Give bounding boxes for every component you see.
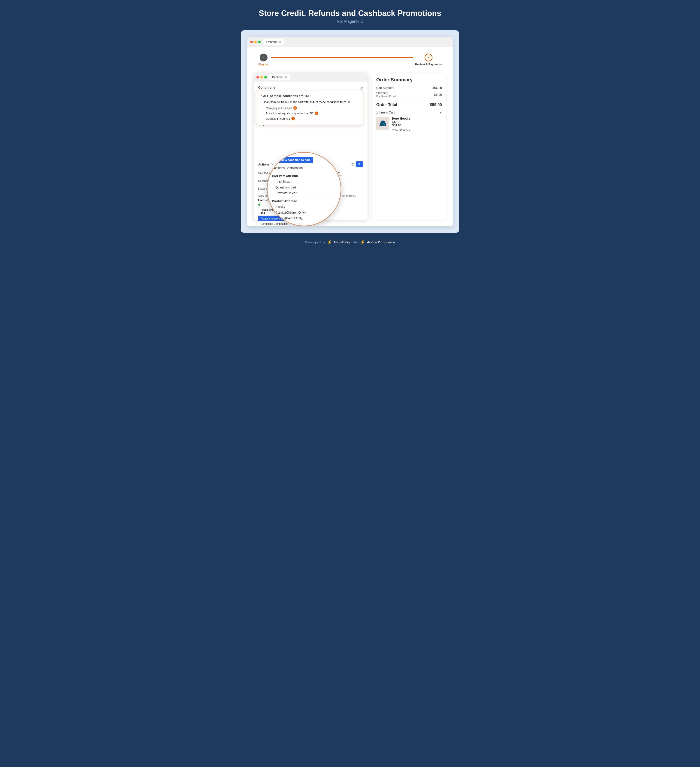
page-title: Store Credit, Refunds and Cashback Promo… — [259, 9, 441, 18]
step-circle-shipping: ✓ — [260, 54, 268, 61]
order-summary: Order Summary Cart Subtotal $54.00 Shipp… — [372, 73, 446, 220]
zoom-item-cond-combo: nditions Combination — [272, 165, 336, 171]
backend-tab-close[interactable]: × — [285, 76, 287, 78]
cart-item-name: Hero Hoodie — [392, 117, 442, 120]
page-header: Store Credit, Refunds and Cashback Promo… — [259, 9, 441, 24]
zoom-divider-2 — [272, 197, 336, 197]
zoom-activity: Activity — [272, 204, 336, 210]
backend-dot-red — [257, 76, 259, 78]
popup-title: If ALL of these conditions are TRUE : — [260, 94, 359, 98]
footer-for-text: for — [354, 240, 358, 244]
conditions-popup: If ALL of these conditions are TRUE : If… — [256, 90, 363, 125]
backend-dot-yellow — [260, 76, 263, 78]
shipping-method: Flat Rate - Fixed — [376, 95, 396, 98]
checkout-progress: ✓ Shipping ✓ Review & Payments — [254, 51, 446, 68]
actions-title: Actions — [258, 163, 269, 166]
step-label-shipping: Shipping — [258, 63, 269, 66]
step-review: ✓ Review & Payments — [415, 54, 442, 66]
conditions-title: Conditions — [258, 86, 275, 89]
frontend-toolbar: Frontend × — [247, 37, 453, 47]
shipping-value: $5.00 — [434, 93, 442, 96]
zoom-group-cart-item: Cart Item Attribute — [272, 173, 336, 179]
cart-subtotal-value: $54.00 — [432, 86, 442, 90]
dot-yellow — [254, 41, 257, 43]
popup-condition-category: Category is 20,21,23 ✕ — [260, 105, 359, 111]
browser-dots — [250, 41, 261, 43]
frontend-browser: Frontend × ✓ Shipping ✓ Review & Payment… — [247, 37, 453, 226]
cart-chevron-icon: ∧ — [440, 111, 442, 114]
frontend-content: ✓ Shipping ✓ Review & Payments — [247, 47, 453, 226]
step-label-review: Review & Payments — [415, 63, 442, 66]
shipping-label: Shipping — [376, 91, 396, 95]
zoom-divider-1 — [272, 172, 336, 172]
backend-tab-label: Backend — [272, 75, 283, 79]
cart-item-image: 🧥 — [376, 117, 389, 130]
step-shipping: ✓ Shipping — [258, 54, 269, 66]
footer-adobe-commerce: Adobe Commerce — [367, 240, 395, 244]
zoom-row-total: Row total in cart — [272, 190, 336, 196]
popup-remove-price-icon[interactable]: ✕ — [315, 111, 318, 115]
actions-expand-icon[interactable]: ⊙ — [351, 162, 354, 166]
popup-item-row: If an item is FOUND in the cart with ALL… — [260, 100, 359, 103]
backend-dots — [257, 76, 267, 78]
adobe-commerce-logo-icon: ⚡ — [360, 239, 365, 245]
tab-close-icon[interactable]: × — [279, 41, 281, 43]
conditions-expand-icon[interactable]: ⊙ — [360, 86, 363, 90]
cart-items-header[interactable]: 1 Item in Cart ∧ — [376, 111, 442, 114]
frontend-tab-label: Frontend — [266, 40, 277, 43]
cart-item-row: 🧥 Hero Hoodie Qty: 1 $54.00 View Details… — [376, 117, 442, 132]
view-details-chevron-icon: ∨ — [408, 128, 411, 132]
zoom-group-product: Product Attribute — [272, 198, 336, 204]
backend-toolbar: Backend × — [254, 73, 367, 81]
order-summary-title: Order Summary — [376, 77, 442, 83]
order-total-row: Order Total $59.00 — [376, 103, 442, 107]
cart-item-info: Hero Hoodie Qty: 1 $54.00 View Details ∨ — [392, 117, 442, 132]
order-total-value: $59.00 — [430, 103, 442, 107]
summary-divider — [376, 100, 442, 100]
dot-green — [258, 41, 261, 43]
left-col: Backend × Conditions ⊙ Apply the rule on… — [254, 73, 367, 220]
view-details-link[interactable]: View Details ∨ — [392, 128, 442, 132]
cart-green-dot — [258, 204, 260, 206]
zoom-qty-in-cart: Quantity in cart — [272, 185, 336, 190]
page-footer: Developed by ⚡ MageDelight for ⚡ Adobe C… — [305, 239, 395, 245]
zoom-price-in-cart: Price in cart — [272, 179, 336, 185]
main-container: Frontend × ✓ Shipping ✓ Review & Payment… — [241, 30, 459, 233]
actions-edit-icon[interactable]: ✎ — [271, 163, 273, 166]
shipping-row: Shipping Flat Rate - Fixed $5.00 — [376, 91, 442, 98]
popup-row-remove-icon[interactable]: ✕ — [348, 100, 351, 103]
step-circle-review: ✓ — [424, 54, 432, 61]
popup-all-bold: ALL — [263, 94, 269, 98]
footer-developed-by: Developed by — [305, 240, 325, 244]
dot-red — [250, 41, 253, 43]
items-in-cart-label: 1 Item in Cart — [376, 111, 395, 114]
popup-condition-qty: Quantity in cart is 1 ✕ — [260, 116, 359, 121]
two-col-layout: Backend × Conditions ⊙ Apply the rule on… — [254, 73, 446, 220]
shipping-label-group: Shipping Flat Rate - Fixed — [376, 91, 396, 98]
backend-tab[interactable]: Backend × — [269, 74, 290, 80]
magedelight-logo-icon: ⚡ — [327, 239, 332, 245]
popup-remove-category-icon[interactable]: ✕ — [293, 106, 297, 110]
popup-remove-qty-icon[interactable]: ✕ — [291, 117, 295, 120]
cart-subtotal-label: Cart Subtotal — [376, 86, 394, 90]
zoom-activity-children: Activity(Children Only) — [272, 210, 336, 215]
frontend-tab[interactable]: Frontend × — [263, 39, 284, 45]
popup-condition-price: Price in cart equals or greater than 50 … — [260, 111, 359, 116]
cart-item-qty: Qty: 1 — [392, 120, 442, 124]
zoom-content: choose a condition to add. nditions Comb… — [268, 153, 341, 226]
cart-item-price: $54.00 — [392, 124, 442, 127]
footer-brand: MageDelight — [334, 240, 352, 244]
page-subtitle: For Magento 2 — [259, 19, 441, 24]
cart-subtotal-row: Cart Subtotal $54.00 — [376, 86, 442, 90]
zoom-overlay: choose a condition to add. nditions Comb… — [267, 152, 341, 226]
register-button[interactable]: R — [356, 161, 363, 167]
backend-dot-green — [264, 76, 267, 78]
order-total-label: Order Total — [376, 103, 397, 107]
progress-line — [271, 57, 413, 58]
